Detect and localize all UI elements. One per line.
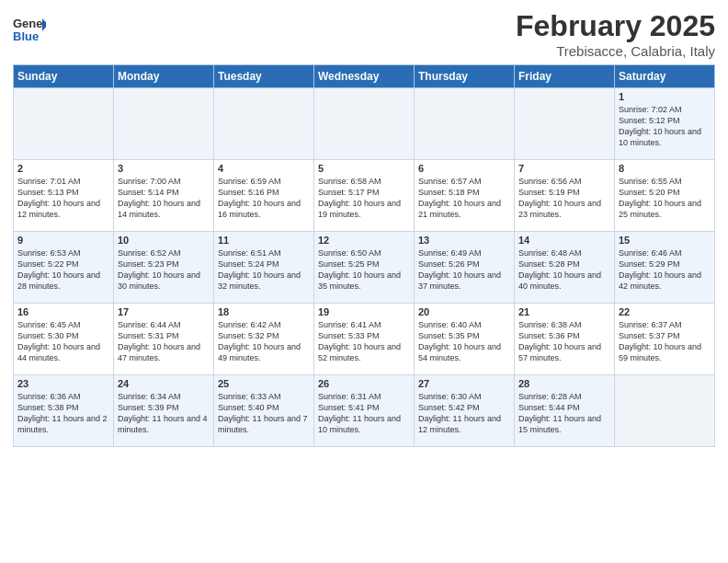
- day-number: 18: [218, 306, 310, 317]
- col-tuesday: Tuesday: [214, 65, 314, 88]
- day-info: Sunrise: 6:50 AM Sunset: 5:25 PM Dayligh…: [318, 247, 410, 293]
- calendar-cell: 1Sunrise: 7:02 AM Sunset: 5:12 PM Daylig…: [615, 88, 715, 160]
- day-number: 11: [218, 235, 310, 246]
- calendar-cell: 13Sunrise: 6:49 AM Sunset: 5:26 PM Dayli…: [415, 232, 515, 304]
- day-number: 8: [619, 163, 711, 174]
- calendar-cell: 8Sunrise: 6:55 AM Sunset: 5:20 PM Daylig…: [615, 160, 715, 232]
- day-info: Sunrise: 6:51 AM Sunset: 5:24 PM Dayligh…: [218, 247, 310, 293]
- day-number: 17: [118, 306, 210, 317]
- day-info: Sunrise: 6:31 AM Sunset: 5:41 PM Dayligh…: [318, 391, 410, 436]
- day-number: 27: [418, 378, 510, 389]
- calendar-cell: [615, 375, 715, 447]
- calendar-cell: 19Sunrise: 6:41 AM Sunset: 5:33 PM Dayli…: [314, 304, 415, 375]
- day-info: Sunrise: 6:58 AM Sunset: 5:17 PM Dayligh…: [318, 176, 410, 221]
- day-info: Sunrise: 7:01 AM Sunset: 5:13 PM Dayligh…: [17, 176, 109, 221]
- calendar-cell: 15Sunrise: 6:46 AM Sunset: 5:29 PM Dayli…: [615, 232, 715, 304]
- calendar-cell: [415, 88, 515, 160]
- logo: General Blue: [13, 13, 46, 46]
- day-number: 25: [218, 378, 310, 389]
- day-number: 3: [118, 163, 210, 174]
- calendar-cell: [515, 88, 615, 160]
- calendar-cell: 12Sunrise: 6:50 AM Sunset: 5:25 PM Dayli…: [314, 232, 415, 304]
- day-info: Sunrise: 6:53 AM Sunset: 5:22 PM Dayligh…: [17, 247, 109, 293]
- day-info: Sunrise: 6:41 AM Sunset: 5:33 PM Dayligh…: [318, 319, 410, 364]
- day-info: Sunrise: 6:28 AM Sunset: 5:44 PM Dayligh…: [518, 391, 610, 436]
- calendar-cell: 3Sunrise: 7:00 AM Sunset: 5:14 PM Daylig…: [114, 160, 214, 232]
- day-number: 22: [619, 306, 711, 317]
- calendar-cell: 7Sunrise: 6:56 AM Sunset: 5:19 PM Daylig…: [515, 160, 615, 232]
- header-row: Sunday Monday Tuesday Wednesday Thursday…: [14, 65, 715, 88]
- col-saturday: Saturday: [615, 65, 715, 88]
- day-info: Sunrise: 6:59 AM Sunset: 5:16 PM Dayligh…: [218, 176, 310, 221]
- day-number: 6: [418, 163, 510, 174]
- calendar-cell: 22Sunrise: 6:37 AM Sunset: 5:37 PM Dayli…: [615, 304, 715, 375]
- col-sunday: Sunday: [14, 65, 114, 88]
- calendar-cell: 5Sunrise: 6:58 AM Sunset: 5:17 PM Daylig…: [314, 160, 415, 232]
- day-info: Sunrise: 6:33 AM Sunset: 5:40 PM Dayligh…: [218, 391, 310, 436]
- calendar-cell: 23Sunrise: 6:36 AM Sunset: 5:38 PM Dayli…: [14, 375, 114, 447]
- calendar-week-1: 1Sunrise: 7:02 AM Sunset: 5:12 PM Daylig…: [14, 88, 715, 160]
- calendar-cell: 21Sunrise: 6:38 AM Sunset: 5:36 PM Dayli…: [515, 304, 615, 375]
- svg-text:General: General: [13, 17, 46, 30]
- col-wednesday: Wednesday: [314, 65, 415, 88]
- col-thursday: Thursday: [415, 65, 515, 88]
- day-number: 26: [318, 378, 410, 389]
- calendar-cell: 2Sunrise: 7:01 AM Sunset: 5:13 PM Daylig…: [14, 160, 114, 232]
- day-info: Sunrise: 6:42 AM Sunset: 5:32 PM Dayligh…: [218, 319, 310, 364]
- calendar-cell: 26Sunrise: 6:31 AM Sunset: 5:41 PM Dayli…: [314, 375, 415, 447]
- day-info: Sunrise: 6:34 AM Sunset: 5:39 PM Dayligh…: [118, 391, 210, 436]
- day-info: Sunrise: 6:44 AM Sunset: 5:31 PM Dayligh…: [118, 319, 210, 364]
- calendar-week-5: 23Sunrise: 6:36 AM Sunset: 5:38 PM Dayli…: [14, 375, 715, 447]
- calendar-cell: 4Sunrise: 6:59 AM Sunset: 5:16 PM Daylig…: [214, 160, 314, 232]
- calendar-week-4: 16Sunrise: 6:45 AM Sunset: 5:30 PM Dayli…: [14, 304, 715, 375]
- day-info: Sunrise: 6:57 AM Sunset: 5:18 PM Dayligh…: [418, 176, 510, 221]
- calendar-cell: 16Sunrise: 6:45 AM Sunset: 5:30 PM Dayli…: [14, 304, 114, 375]
- calendar-cell: 27Sunrise: 6:30 AM Sunset: 5:42 PM Dayli…: [415, 375, 515, 447]
- day-number: 13: [418, 235, 510, 246]
- day-info: Sunrise: 6:56 AM Sunset: 5:19 PM Dayligh…: [518, 176, 610, 221]
- calendar-cell: 28Sunrise: 6:28 AM Sunset: 5:44 PM Dayli…: [515, 375, 615, 447]
- day-info: Sunrise: 6:52 AM Sunset: 5:23 PM Dayligh…: [118, 247, 210, 293]
- calendar-cell: 6Sunrise: 6:57 AM Sunset: 5:18 PM Daylig…: [415, 160, 515, 232]
- logo-icon: General Blue: [13, 13, 46, 46]
- day-info: Sunrise: 6:40 AM Sunset: 5:35 PM Dayligh…: [418, 319, 510, 364]
- day-number: 10: [118, 235, 210, 246]
- svg-text:Blue: Blue: [13, 29, 39, 43]
- day-number: 4: [218, 163, 310, 174]
- day-number: 14: [518, 235, 610, 246]
- calendar-body: 1Sunrise: 7:02 AM Sunset: 5:12 PM Daylig…: [14, 88, 715, 447]
- day-info: Sunrise: 6:49 AM Sunset: 5:26 PM Dayligh…: [418, 247, 510, 293]
- day-info: Sunrise: 6:48 AM Sunset: 5:28 PM Dayligh…: [518, 247, 610, 293]
- day-info: Sunrise: 6:55 AM Sunset: 5:20 PM Dayligh…: [619, 176, 711, 221]
- calendar-cell: 14Sunrise: 6:48 AM Sunset: 5:28 PM Dayli…: [515, 232, 615, 304]
- day-info: Sunrise: 6:36 AM Sunset: 5:38 PM Dayligh…: [17, 391, 109, 436]
- calendar-cell: [314, 88, 415, 160]
- day-number: 1: [619, 91, 711, 102]
- col-friday: Friday: [515, 65, 615, 88]
- day-number: 7: [518, 163, 610, 174]
- day-number: 5: [318, 163, 410, 174]
- day-number: 2: [17, 163, 109, 174]
- calendar-cell: [114, 88, 214, 160]
- col-monday: Monday: [114, 65, 214, 88]
- day-info: Sunrise: 6:45 AM Sunset: 5:30 PM Dayligh…: [17, 319, 109, 364]
- day-number: 24: [118, 378, 210, 389]
- location: Trebisacce, Calabria, Italy: [516, 43, 715, 59]
- calendar-cell: 25Sunrise: 6:33 AM Sunset: 5:40 PM Dayli…: [214, 375, 314, 447]
- calendar-cell: 18Sunrise: 6:42 AM Sunset: 5:32 PM Dayli…: [214, 304, 314, 375]
- day-number: 15: [619, 235, 711, 246]
- calendar-table: Sunday Monday Tuesday Wednesday Thursday…: [13, 64, 715, 447]
- day-info: Sunrise: 6:38 AM Sunset: 5:36 PM Dayligh…: [518, 319, 610, 364]
- page-container: General Blue February 2025 Trebisacce, C…: [0, 0, 728, 456]
- day-number: 21: [518, 306, 610, 317]
- calendar-cell: 11Sunrise: 6:51 AM Sunset: 5:24 PM Dayli…: [214, 232, 314, 304]
- calendar-week-2: 2Sunrise: 7:01 AM Sunset: 5:13 PM Daylig…: [14, 160, 715, 232]
- day-number: 20: [418, 306, 510, 317]
- day-info: Sunrise: 6:30 AM Sunset: 5:42 PM Dayligh…: [418, 391, 510, 436]
- calendar-cell: 9Sunrise: 6:53 AM Sunset: 5:22 PM Daylig…: [14, 232, 114, 304]
- day-number: 23: [17, 378, 109, 389]
- day-info: Sunrise: 7:00 AM Sunset: 5:14 PM Dayligh…: [118, 176, 210, 221]
- day-info: Sunrise: 6:37 AM Sunset: 5:37 PM Dayligh…: [619, 319, 711, 364]
- calendar-cell: 20Sunrise: 6:40 AM Sunset: 5:35 PM Dayli…: [415, 304, 515, 375]
- day-info: Sunrise: 7:02 AM Sunset: 5:12 PM Dayligh…: [619, 104, 711, 149]
